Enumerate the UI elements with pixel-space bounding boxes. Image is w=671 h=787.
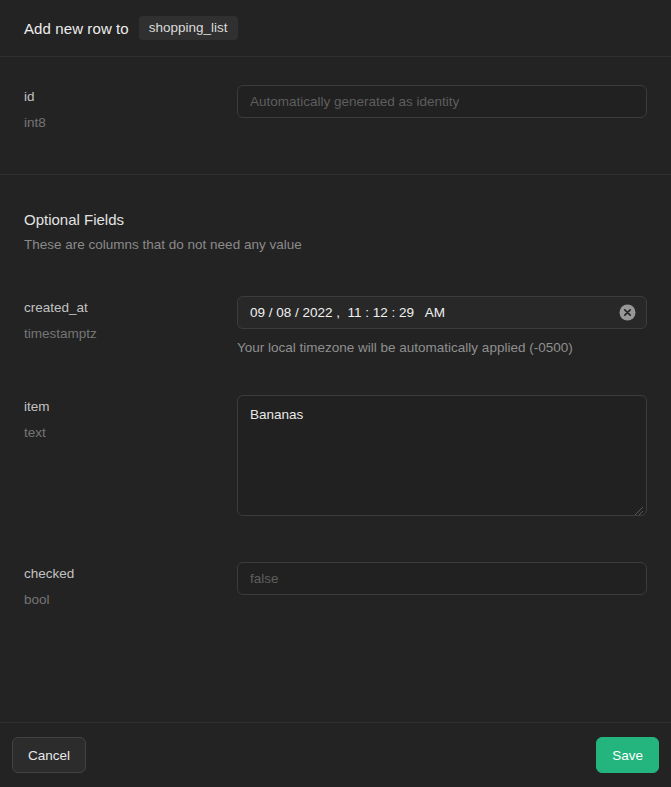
item-textarea[interactable]: Bananas xyxy=(237,395,647,516)
circle-x-icon[interactable] xyxy=(619,304,636,321)
field-label-cell: item text xyxy=(24,395,213,520)
optional-fields-subtitle: These are columns that do not need any v… xyxy=(24,237,647,252)
field-type-label: text xyxy=(24,425,213,440)
field-label-cell: id int8 xyxy=(24,85,213,130)
field-name-label: checked xyxy=(24,566,213,581)
field-type-label: int8 xyxy=(24,115,213,130)
timezone-helper-text: Your local timezone will be automaticall… xyxy=(237,340,647,355)
required-fields-section: id int8 xyxy=(0,57,671,175)
field-label-cell: created_at timestamptz xyxy=(24,296,213,355)
id-input[interactable] xyxy=(237,85,647,118)
created-at-datetime-input[interactable] xyxy=(237,296,647,329)
panel-title: Add new row to xyxy=(24,20,129,37)
table-name-badge: shopping_list xyxy=(139,16,238,40)
field-name-label: created_at xyxy=(24,300,213,315)
field-input-cell: Your local timezone will be automaticall… xyxy=(237,296,647,355)
optional-fields-title: Optional Fields xyxy=(24,211,647,228)
field-input-cell xyxy=(237,85,647,130)
field-row-id: id int8 xyxy=(24,85,647,130)
resize-handle-icon[interactable] xyxy=(634,506,644,516)
field-type-label: bool xyxy=(24,592,213,607)
datetime-input-wrap xyxy=(237,296,647,329)
field-row-created-at: created_at timestamptz Your local timezo… xyxy=(24,296,647,355)
field-input-cell xyxy=(237,562,647,607)
field-name-label: id xyxy=(24,89,213,104)
field-label-cell: checked bool xyxy=(24,562,213,607)
panel-header: Add new row to shopping_list xyxy=(0,0,671,57)
panel-footer: Cancel Save xyxy=(0,722,671,787)
field-type-label: timestamptz xyxy=(24,326,213,341)
save-button[interactable]: Save xyxy=(596,737,659,773)
field-input-cell: Bananas xyxy=(237,395,647,520)
textarea-wrap: Bananas xyxy=(237,395,647,520)
field-row-item: item text Bananas xyxy=(24,395,647,520)
field-row-checked: checked bool xyxy=(24,562,647,607)
field-name-label: item xyxy=(24,399,213,414)
cancel-button[interactable]: Cancel xyxy=(12,737,86,773)
checked-input[interactable] xyxy=(237,562,647,595)
optional-fields-section: Optional Fields These are columns that d… xyxy=(0,175,671,607)
